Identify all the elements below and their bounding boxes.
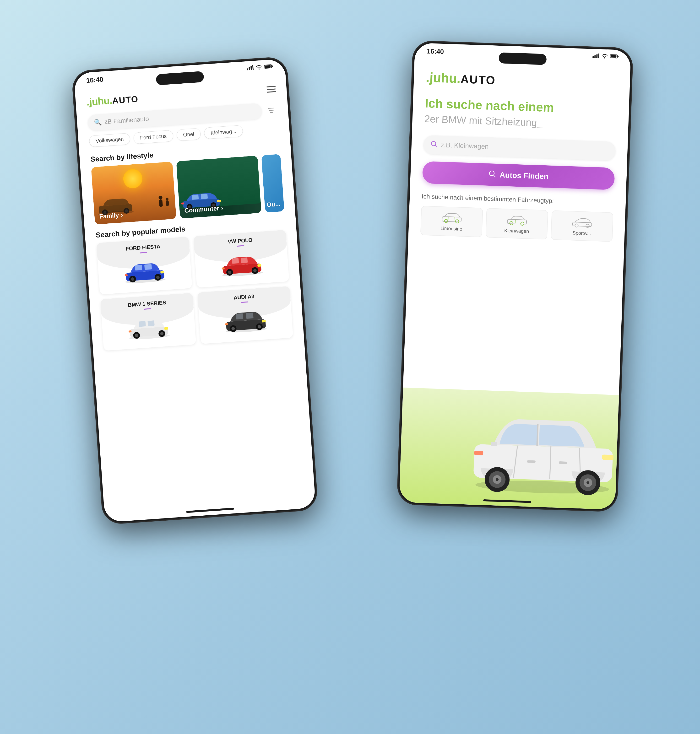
right-screen-content: .juhu.AUTO Ich suche nach einem 2er BMW … [399, 62, 630, 509]
hamburger-menu[interactable] [266, 86, 276, 93]
kleinwagen-icon [506, 214, 528, 226]
svg-rect-32 [135, 265, 142, 270]
svg-point-83 [455, 220, 459, 223]
svg-point-87 [510, 222, 513, 225]
vehicle-type-kleinwagen[interactable]: Kleinwagen [485, 208, 548, 240]
model-card-vw-polo[interactable]: VW POLO [193, 230, 289, 288]
model-card-ford-fiesta[interactable]: FORD FIESTA [96, 236, 192, 294]
svg-line-89 [515, 220, 515, 223]
svg-rect-52 [138, 321, 145, 327]
battery-icon [264, 64, 273, 69]
svg-rect-29 [181, 203, 184, 204]
svg-line-7 [268, 108, 274, 108]
hamburger-line-3 [267, 91, 276, 93]
svg-point-82 [444, 219, 448, 223]
chip-ford-focus[interactable]: Ford Focus [133, 130, 173, 144]
lifestyle-card-family[interactable]: Family › [91, 161, 176, 225]
phone-left: 16:40 [72, 57, 318, 524]
svg-rect-0 [247, 68, 248, 70]
chip-opel[interactable]: Opel [176, 128, 201, 141]
status-time-right: 16:40 [426, 47, 444, 56]
model-car-img-vw-polo [199, 246, 284, 283]
svg-rect-73 [598, 54, 599, 58]
svg-point-79 [489, 171, 494, 176]
svg-line-9 [270, 112, 272, 113]
right-search-icon [431, 141, 437, 149]
svg-rect-1 [249, 68, 250, 70]
chip-volkswagen[interactable]: Volkswagen [89, 133, 130, 147]
svg-rect-49 [222, 267, 225, 270]
svg-rect-33 [144, 264, 151, 270]
svg-rect-81 [442, 216, 461, 222]
find-button-text: Autos Finden [499, 170, 549, 181]
vehicle-type-section: Ich suche nach einem bestimmten Fahrzeug… [408, 186, 626, 244]
logo-auto-left: AUTO [112, 94, 138, 106]
status-icons-left [246, 64, 273, 70]
phone-left-screen: 16:40 [74, 59, 316, 522]
svg-rect-22 [192, 194, 199, 200]
svg-rect-39 [125, 274, 128, 276]
sportwagen-icon [571, 216, 593, 228]
svg-rect-69 [225, 323, 228, 326]
svg-line-8 [269, 110, 274, 110]
svg-rect-42 [232, 258, 238, 264]
model-card-bmw-1[interactable]: BMW 1 SERIES [100, 293, 196, 351]
right-logo-dot: . [425, 69, 430, 85]
svg-line-78 [435, 145, 437, 147]
svg-rect-17 [159, 200, 163, 207]
wifi-icon-right [601, 54, 608, 59]
vehicle-type-limousine[interactable]: Limousine [420, 206, 483, 237]
filter-icon[interactable] [265, 104, 278, 117]
right-logo-juhu: juhu [429, 69, 457, 86]
svg-rect-75 [610, 55, 616, 57]
svg-point-91 [575, 224, 578, 227]
find-button[interactable]: Autos Finden [422, 161, 615, 190]
bottom-car-svg [461, 405, 619, 497]
search-icon-left: 🔍 [93, 119, 101, 126]
vehicle-types-row: Limousine Kleinwagen [420, 206, 613, 242]
svg-rect-38 [160, 271, 164, 274]
svg-rect-110 [527, 460, 535, 463]
popular-models-grid: FORD FIESTA [85, 229, 304, 352]
search-placeholder-left: zB Familienauto [104, 115, 149, 126]
lifestyle-card-outdoor[interactable]: Ou... [261, 154, 284, 213]
svg-rect-19 [166, 200, 169, 206]
svg-line-85 [454, 217, 454, 221]
wifi-icon [256, 65, 262, 70]
outdoor-card-label: Ou... [266, 200, 281, 208]
svg-rect-5 [265, 65, 271, 68]
svg-rect-63 [246, 313, 253, 319]
vehicle-type-sportwagen[interactable]: Sportw... [551, 210, 613, 242]
signal-icon [246, 65, 253, 70]
sportwagen-label: Sportw... [572, 230, 591, 236]
svg-point-18 [165, 198, 169, 201]
right-logo-auto: AUTO [460, 73, 496, 87]
svg-rect-68 [262, 320, 266, 323]
chip-kleinwagen[interactable]: Kleinwag... [204, 125, 243, 139]
family-people-svg [157, 194, 172, 212]
family-sun [122, 169, 143, 189]
right-search-placeholder: z.B. Kleinwagen [440, 141, 489, 151]
svg-line-84 [448, 217, 448, 220]
svg-rect-48 [257, 264, 261, 267]
model-card-audi-a3[interactable]: AUDI A3 [197, 286, 293, 344]
svg-rect-43 [240, 257, 247, 263]
lifestyle-card-commuter[interactable]: Communter › [176, 156, 262, 219]
limousine-label: Limousine [440, 226, 462, 232]
svg-rect-107 [602, 454, 613, 460]
phone-right: 16:40 [397, 41, 633, 512]
svg-rect-62 [235, 313, 243, 320]
model-car-img-bmw-1 [106, 309, 191, 346]
limousine-icon [441, 211, 463, 224]
right-search-bar[interactable]: z.B. Kleinwagen [423, 135, 616, 160]
svg-rect-3 [252, 65, 253, 70]
hamburger-line-1 [266, 86, 275, 87]
svg-rect-28 [216, 200, 221, 202]
svg-point-16 [158, 196, 162, 200]
dynamic-island-right [499, 52, 547, 65]
right-bottom-section [399, 388, 619, 509]
phone-right-screen: 16:40 [399, 43, 631, 509]
left-screen-content: .juhu.AUTO 🔍 zB Familienauto [75, 78, 316, 522]
svg-rect-109 [491, 442, 497, 446]
svg-rect-72 [596, 54, 598, 58]
